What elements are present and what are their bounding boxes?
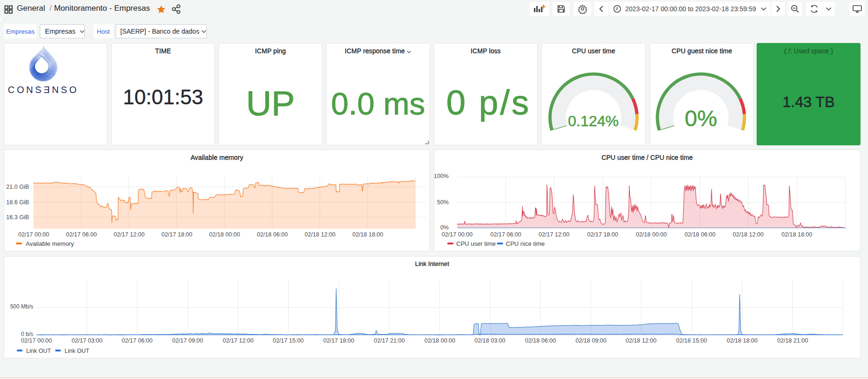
svg-text:02/18 15:00: 02/18 15:00 <box>676 337 707 344</box>
svg-text:02/18 09:00: 02/18 09:00 <box>576 337 606 344</box>
svg-text:02/17 03:00: 02/17 03:00 <box>72 337 102 344</box>
svg-text:02/17 12:00: 02/17 12:00 <box>223 337 254 344</box>
svg-text:02/17 21:00: 02/17 21:00 <box>374 337 405 344</box>
svg-text:02/17 15:00: 02/17 15:00 <box>273 337 304 344</box>
svg-text:02/18 06:00: 02/18 06:00 <box>525 337 556 344</box>
svg-text:02/18 18:00: 02/18 18:00 <box>727 337 758 344</box>
svg-text:Link OUT: Link OUT <box>26 348 51 354</box>
svg-text:02/17 00:00: 02/17 00:00 <box>21 337 52 344</box>
svg-text:02/17 09:00: 02/17 09:00 <box>172 337 203 344</box>
svg-text:Link OUT: Link OUT <box>65 348 89 354</box>
svg-text:02/18 12:00: 02/18 12:00 <box>626 337 656 344</box>
svg-text:02/18 21:00: 02/18 21:00 <box>777 337 808 344</box>
svg-text:0 b/s: 0 b/s <box>21 331 33 337</box>
svg-text:500 Mb/s: 500 Mb/s <box>10 303 33 310</box>
svg-text:02/17 06:00: 02/17 06:00 <box>122 337 153 344</box>
svg-text:02/18 03:00: 02/18 03:00 <box>474 337 505 344</box>
svg-text:02/17 18:00: 02/17 18:00 <box>323 337 354 344</box>
svg-text:02/18 00:00: 02/18 00:00 <box>424 337 455 344</box>
